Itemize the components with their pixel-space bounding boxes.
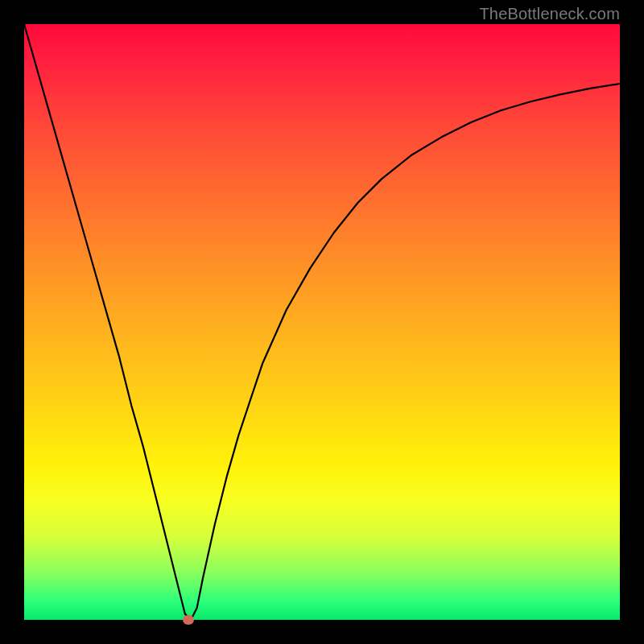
bottleneck-curve	[24, 24, 620, 620]
plot-area	[24, 24, 620, 620]
watermark-text: TheBottleneck.com	[479, 5, 620, 23]
minimum-marker	[183, 615, 194, 625]
chart-frame: TheBottleneck.com	[0, 0, 644, 644]
